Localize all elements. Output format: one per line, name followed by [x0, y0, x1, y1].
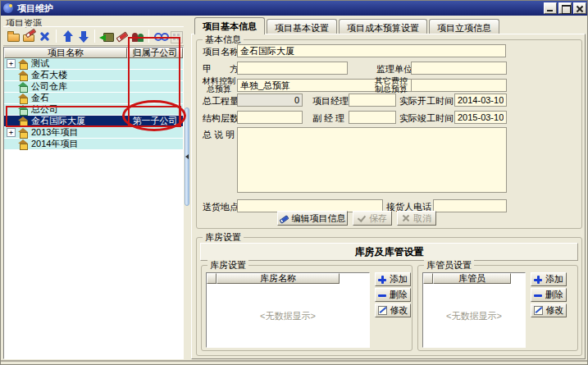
project-tree: 项目名称 归属子公司 +测试金石大楼公司仓库金石总公司金石国际大厦第一子公司+2…: [3, 47, 184, 359]
edit-folder-icon[interactable]: [22, 30, 36, 43]
summary-textarea[interactable]: [237, 127, 507, 193]
no-data-text: <无数据显示>: [423, 310, 525, 322]
tree-item-label: 金石大楼: [31, 70, 67, 80]
project-name-input[interactable]: [237, 44, 506, 57]
column-header-project-name[interactable]: 项目名称: [4, 48, 127, 58]
pm-label: 项目经理: [312, 96, 349, 107]
cancel-button-label: 取消: [413, 212, 431, 225]
keeper-list: 库管员 <无数据显示>: [422, 272, 526, 348]
edit-label: 修改: [546, 304, 564, 317]
move-down-icon[interactable]: [76, 30, 90, 43]
structure-input[interactable]: [237, 111, 303, 124]
expand-icon[interactable]: +: [7, 59, 16, 68]
save-button[interactable]: 保存: [353, 211, 392, 226]
tree-row[interactable]: 总公司: [4, 104, 183, 116]
tree-item-label: 测试: [31, 58, 49, 69]
tree-row[interactable]: +2013年项目: [4, 127, 183, 139]
structure-label: 结构层数: [203, 113, 239, 124]
minimize-button[interactable]: [544, 2, 557, 14]
tree-row[interactable]: 金石大楼: [4, 70, 183, 81]
plus-icon: [378, 276, 386, 284]
house-yellow-icon: [18, 94, 29, 103]
open-folder-icon[interactable]: [7, 30, 21, 43]
tree-row[interactable]: 金石: [4, 93, 183, 104]
receiver-phone-input[interactable]: [433, 199, 507, 212]
supervisor-input[interactable]: [411, 62, 507, 75]
users-icon[interactable]: [130, 30, 144, 43]
tab-2[interactable]: 项目基本设置: [267, 19, 337, 34]
move-up-icon[interactable]: [61, 30, 75, 43]
diagram-disabled-icon: [169, 30, 183, 43]
import-icon[interactable]: [99, 30, 113, 43]
note-edit-icon: [534, 306, 543, 315]
warehouse-section-header: 库房及库管设置: [200, 243, 578, 261]
other-budget-label: 其它费控 制总预算: [373, 77, 409, 94]
add-label: 添加: [390, 273, 408, 285]
delete-icon[interactable]: [38, 30, 52, 43]
deputy-label: 副 经 理: [312, 113, 344, 124]
edit-project-button-label: 编辑项目信息: [292, 212, 346, 225]
actual-end-label: 实际竣工时间: [399, 113, 454, 124]
tree-item-label: 总公司: [31, 104, 58, 115]
tree-item-label: 金石国际大厦: [31, 116, 85, 126]
app-icon: [3, 3, 13, 13]
summary-label: 总 说 明: [203, 130, 235, 140]
keeper-edit-button[interactable]: 修改: [531, 303, 567, 317]
warehouse-add-button[interactable]: 添加: [375, 272, 411, 286]
find-icon[interactable]: [153, 30, 167, 43]
actual-start-input[interactable]: [454, 94, 507, 107]
toolbar-separator: [148, 30, 149, 43]
save-button-label: 保存: [369, 212, 387, 225]
tree-item-company: 第一子公司: [128, 116, 182, 126]
actual-end-input[interactable]: [454, 111, 507, 124]
tab-4[interactable]: 项目立项信息: [429, 19, 499, 34]
maximize-button[interactable]: [558, 2, 572, 14]
remove-label: 删除: [390, 289, 408, 301]
house-yellow-icon: [18, 71, 29, 80]
warehouse-edit-button[interactable]: 修改: [375, 303, 411, 317]
edit-project-button[interactable]: 编辑项目信息: [277, 211, 348, 226]
group-title: 基本信息: [203, 34, 244, 44]
other-budget-input[interactable]: [411, 79, 507, 92]
tree-rows: +测试金石大楼公司仓库金石总公司金石国际大厦第一子公司+2013年项目2014年…: [4, 58, 183, 150]
column-header-subsidiary[interactable]: 归属子公司: [127, 48, 183, 58]
warehouse-remove-button[interactable]: 删除: [375, 288, 411, 302]
warehouse-name-column-header[interactable]: 库房名称: [217, 273, 340, 284]
pm-input[interactable]: [349, 94, 396, 107]
keeper-add-button[interactable]: 添加: [531, 272, 567, 286]
pen-icon: [280, 214, 289, 223]
actual-start-label: 实际开工时间: [399, 96, 454, 107]
total-quantity-input[interactable]: [237, 94, 303, 107]
minus-icon: [534, 291, 542, 299]
tab-1[interactable]: 项目基本信息: [194, 17, 265, 34]
material-budget-label: 材料控制 总预算: [201, 77, 237, 94]
project-resource-panel: 项目资源 项目名称 归属子公司 +测试金石大楼公司仓库金石总公司金石国际大厦第一…: [2, 16, 185, 360]
delivery-label: 送货地点: [203, 202, 239, 212]
keeper-remove-button[interactable]: 删除: [531, 288, 567, 302]
pen-icon[interactable]: [115, 30, 129, 43]
deputy-input[interactable]: [349, 111, 396, 124]
close-button[interactable]: [573, 2, 586, 14]
house-yellow-icon: [18, 128, 29, 138]
tree-row[interactable]: 公司仓库: [4, 81, 183, 93]
plus-icon: [534, 276, 542, 284]
edit-label: 修改: [390, 304, 408, 317]
keeper-column-header[interactable]: 库管员: [433, 273, 511, 284]
window-bottom-frame: [1, 360, 588, 365]
tree-item-label: 2014年项目: [31, 139, 78, 149]
warehouse-list: 库房名称 <无数据显示>: [206, 272, 370, 348]
keeper-subgroup-title: 库管员设置: [424, 260, 474, 270]
tab-3[interactable]: 项目成本预算设置: [339, 19, 427, 34]
house-green-icon: [18, 82, 29, 92]
minus-icon: [378, 291, 386, 299]
splitter-handle[interactable]: [185, 107, 189, 206]
party-a-input[interactable]: [237, 62, 348, 75]
tree-row[interactable]: 2014年项目: [4, 139, 183, 150]
expand-icon[interactable]: +: [7, 128, 16, 137]
cancel-button[interactable]: 取消: [397, 211, 436, 226]
add-label: 添加: [545, 273, 563, 285]
toolbar-separator: [56, 30, 57, 43]
tree-row[interactable]: +测试: [4, 58, 183, 70]
app-window: 项目维护 项目资源 项目名称 归属子公司 +测试金石大楼公司仓库金石总公司金石国…: [0, 0, 588, 365]
tree-row[interactable]: 金石国际大厦第一子公司: [4, 116, 183, 127]
